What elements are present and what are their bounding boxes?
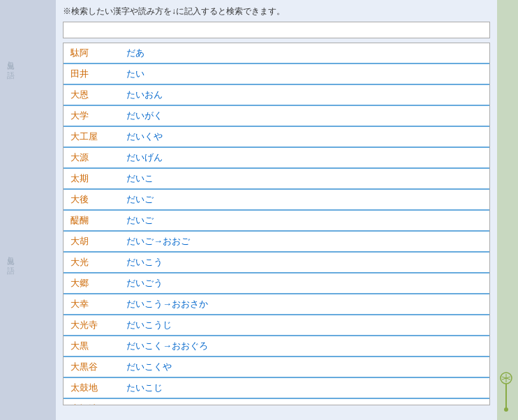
- instruction-text: ※検索したい漢字や読み方を↓に記入すると検索できます。: [63, 6, 490, 17]
- kanji-text: 駄阿: [71, 47, 126, 59]
- reading-text: だいがく: [126, 110, 163, 122]
- list-item[interactable]: 醍醐だいご: [64, 211, 489, 232]
- list-item[interactable]: 大恩たいおん: [64, 85, 489, 106]
- kanji-text: 大悟法: [71, 403, 126, 405]
- kanji-text: 太鼓地: [71, 382, 126, 394]
- right-sidebar: [497, 0, 518, 420]
- list-item[interactable]: 駄阿だあ: [64, 43, 489, 64]
- reading-text: たいこじ: [126, 382, 163, 394]
- kanji-text: 大郷: [71, 277, 126, 290]
- reading-text: だいご→おおご: [126, 235, 190, 248]
- kanji-text: 太期: [71, 172, 126, 185]
- kanji-text: 醍醐: [71, 214, 126, 227]
- reading-text: だいげん: [126, 151, 163, 164]
- reading-text: だいこう: [126, 256, 163, 269]
- kanji-text: 大後: [71, 193, 126, 206]
- reading-text: だいごう: [126, 277, 163, 290]
- kanji-text: 大恩: [71, 89, 126, 101]
- list-item[interactable]: 大工屋だいくや: [64, 127, 489, 148]
- list-item[interactable]: 大学だいがく: [64, 106, 489, 127]
- reading-text: だいこうじ: [126, 319, 172, 331]
- watermark-bottom: 見出し語: [6, 251, 16, 260]
- kanji-text: 大胡: [71, 235, 126, 248]
- list-item[interactable]: 大黒だいこく→おおぐろ: [64, 336, 489, 357]
- reading-text: だいこう→おおさか: [126, 298, 208, 310]
- reading-text: だいごぼう、だいごほう: [126, 403, 226, 405]
- list-item[interactable]: 大幸だいこう→おおさか: [64, 294, 489, 315]
- list-item[interactable]: 大光だいこう: [64, 253, 489, 273]
- kanji-text: 大学: [71, 110, 126, 122]
- list-item[interactable]: 大源だいげん: [64, 148, 489, 169]
- main-content: ※検索したい漢字や読み方を↓に記入すると検索できます。 駄阿だあ田井たい大恩たい…: [56, 0, 497, 420]
- svg-point-5: [504, 407, 508, 412]
- list-item[interactable]: 大胡だいご→おおご: [64, 232, 489, 253]
- list-item[interactable]: 大郷だいごう: [64, 273, 489, 294]
- reading-text: たい: [126, 68, 145, 80]
- reading-text: だいこくや: [126, 361, 172, 373]
- list-item[interactable]: 大後だいご: [64, 190, 489, 211]
- watermark-top: 見出し語: [6, 56, 16, 65]
- kanji-text: 大光寺: [71, 319, 126, 331]
- search-input[interactable]: [63, 22, 490, 38]
- list-item[interactable]: 太鼓地たいこじ: [64, 378, 489, 399]
- kanji-text: 田井: [71, 68, 126, 80]
- list-item[interactable]: 大光寺だいこうじ: [64, 315, 489, 336]
- list-item[interactable]: 田井たい: [64, 64, 489, 85]
- kanji-text: 大幸: [71, 298, 126, 310]
- kanji-text: 大黒: [71, 340, 126, 352]
- decoration-icon: [498, 371, 515, 406]
- reading-text: だあ: [126, 47, 145, 59]
- reading-text: だいこ: [126, 172, 154, 185]
- reading-text: だいご: [126, 193, 154, 206]
- list-item[interactable]: 大黒谷だいこくや: [64, 357, 489, 378]
- results-list[interactable]: 駄阿だあ田井たい大恩たいおん大学だいがく大工屋だいくや大源だいげん太期だいこ大後…: [63, 43, 490, 405]
- reading-text: だいこく→おおぐろ: [126, 340, 208, 352]
- list-item[interactable]: 太期だいこ: [64, 169, 489, 190]
- list-item[interactable]: 大悟法だいごぼう、だいごほう: [64, 399, 489, 405]
- kanji-text: 大黒谷: [71, 361, 126, 373]
- kanji-text: 大源: [71, 151, 126, 164]
- kanji-text: 大光: [71, 256, 126, 269]
- reading-text: たいおん: [126, 89, 163, 101]
- reading-text: だいご: [126, 214, 154, 227]
- reading-text: だいくや: [126, 130, 163, 143]
- kanji-text: 大工屋: [71, 130, 126, 143]
